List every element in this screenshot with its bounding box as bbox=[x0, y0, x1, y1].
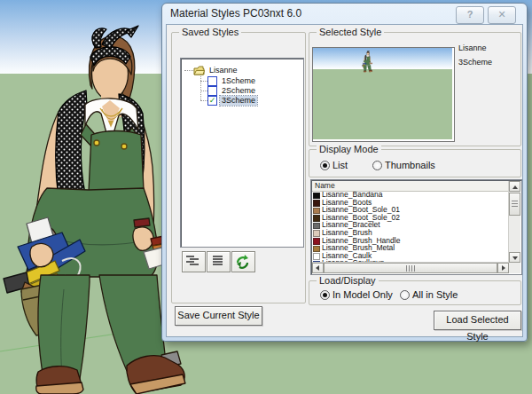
horizontal-scrollbar[interactable] bbox=[312, 262, 509, 273]
expand-tree-button[interactable] bbox=[182, 251, 206, 272]
styles-tree: Lisanne 1Scheme 2Scheme ✓ bbox=[180, 58, 304, 248]
style-preview-image bbox=[312, 47, 455, 142]
tree-item-label-selected: 3Scheme bbox=[220, 96, 257, 106]
expand-tree-icon bbox=[183, 252, 203, 270]
radio-selected-icon[interactable] bbox=[320, 290, 330, 300]
material-swatch bbox=[313, 223, 320, 230]
load-display-group-label: Load/Display bbox=[317, 275, 379, 286]
dialog-titlebar[interactable]: Material Styles PC03nxt 6.0 ? ✕ bbox=[162, 4, 527, 24]
tree-connector bbox=[200, 100, 207, 101]
material-swatch bbox=[313, 238, 320, 245]
radio-selected-icon[interactable] bbox=[320, 161, 330, 170]
checkbox-checked-icon[interactable]: ✓ bbox=[207, 96, 217, 106]
scroll-down-button[interactable] bbox=[509, 252, 520, 263]
tree-connector bbox=[200, 81, 207, 82]
name-column-header: Name bbox=[315, 181, 335, 190]
vertical-scroll-thumb[interactable] bbox=[509, 193, 520, 216]
save-current-style-button[interactable]: Save Current Style bbox=[175, 306, 262, 326]
scroll-up-button[interactable] bbox=[509, 181, 520, 192]
refresh-button[interactable] bbox=[231, 251, 255, 272]
material-swatch bbox=[313, 246, 320, 253]
collapse-tree-button[interactable] bbox=[207, 251, 231, 272]
folder-icon bbox=[193, 66, 205, 75]
thumb-grip-icon bbox=[512, 201, 518, 208]
material-swatch bbox=[313, 215, 320, 222]
display-mode-group-label: Display Mode bbox=[317, 144, 381, 154]
materials-list: Name Lisanne_Bandana Lisanne_Boots Lisan… bbox=[310, 179, 522, 275]
sketchup-viewport: Material Styles PC03nxt 6.0 ? ✕ Saved St… bbox=[0, 0, 532, 394]
save-current-style-label: Save Current Style bbox=[177, 310, 259, 320]
radio-label: Thumbnails bbox=[385, 160, 435, 170]
radio-unselected-icon[interactable] bbox=[372, 161, 382, 170]
radio-label: In Model Only bbox=[332, 289, 393, 300]
horizontal-scroll-thumb[interactable] bbox=[324, 263, 497, 273]
saved-styles-group: Saved Styles Lisanne 1Schem bbox=[171, 32, 306, 303]
saved-styles-group-label: Saved Styles bbox=[179, 27, 241, 37]
materials-list-header[interactable]: Name bbox=[312, 181, 509, 192]
dialog-title: Material Styles PC03nxt 6.0 bbox=[170, 7, 301, 20]
close-button[interactable]: ✕ bbox=[488, 6, 516, 24]
thumb-grip-icon bbox=[406, 265, 415, 272]
checkbox-unchecked-icon[interactable] bbox=[207, 76, 217, 86]
scroll-left-button[interactable] bbox=[312, 263, 324, 273]
scroll-right-button[interactable] bbox=[497, 263, 509, 273]
close-icon: ✕ bbox=[497, 9, 505, 20]
tree-connector bbox=[184, 70, 193, 71]
help-button[interactable]: ? bbox=[456, 6, 484, 24]
material-swatch bbox=[313, 200, 320, 207]
scroll-up-icon bbox=[512, 185, 518, 189]
dialog-client-area: Saved Styles Lisanne 1Schem bbox=[166, 24, 523, 337]
material-swatch bbox=[313, 193, 320, 200]
material-swatch bbox=[313, 230, 320, 237]
checkbox-unchecked-icon[interactable] bbox=[207, 86, 217, 96]
material-swatch bbox=[313, 253, 320, 260]
selected-style-group-label: Selected Style bbox=[317, 27, 384, 37]
vertical-scrollbar[interactable] bbox=[508, 181, 520, 263]
load-display-group: Load/Display In Model Only All in Style bbox=[309, 280, 521, 305]
scrollbar-corner bbox=[509, 263, 520, 273]
help-icon: ? bbox=[467, 9, 473, 20]
preview-style-name: Lisanne bbox=[458, 43, 487, 52]
selected-style-group: Selected Style Lisanne 3Scheme bbox=[309, 32, 521, 146]
material-styles-dialog: Material Styles PC03nxt 6.0 ? ✕ Saved St… bbox=[161, 3, 528, 342]
scroll-left-icon bbox=[316, 265, 319, 271]
radio-unselected-icon[interactable] bbox=[400, 290, 410, 300]
preview-scheme-name: 3Scheme bbox=[458, 58, 492, 67]
tree-root-label: Lisanne bbox=[207, 66, 239, 75]
load-selected-style-label: Load Selected Style bbox=[446, 314, 508, 342]
scroll-right-icon bbox=[502, 265, 505, 271]
materials-list-rows: Lisanne_Bandana Lisanne_Boots Lisanne_Bo… bbox=[312, 192, 509, 263]
tree-item-label: 2Scheme bbox=[220, 86, 257, 96]
scroll-down-icon bbox=[512, 256, 518, 260]
refresh-icon bbox=[232, 252, 253, 270]
load-selected-style-button[interactable]: Load Selected Style bbox=[434, 311, 521, 330]
collapse-tree-icon bbox=[207, 252, 228, 270]
display-mode-group: Display Mode List Thumbnails bbox=[309, 149, 521, 177]
tree-item-label: 1Scheme bbox=[220, 76, 257, 86]
radio-label: List bbox=[332, 160, 348, 170]
radio-label: All in Style bbox=[412, 289, 458, 300]
tree-connector bbox=[200, 91, 207, 91]
material-swatch bbox=[313, 208, 320, 215]
